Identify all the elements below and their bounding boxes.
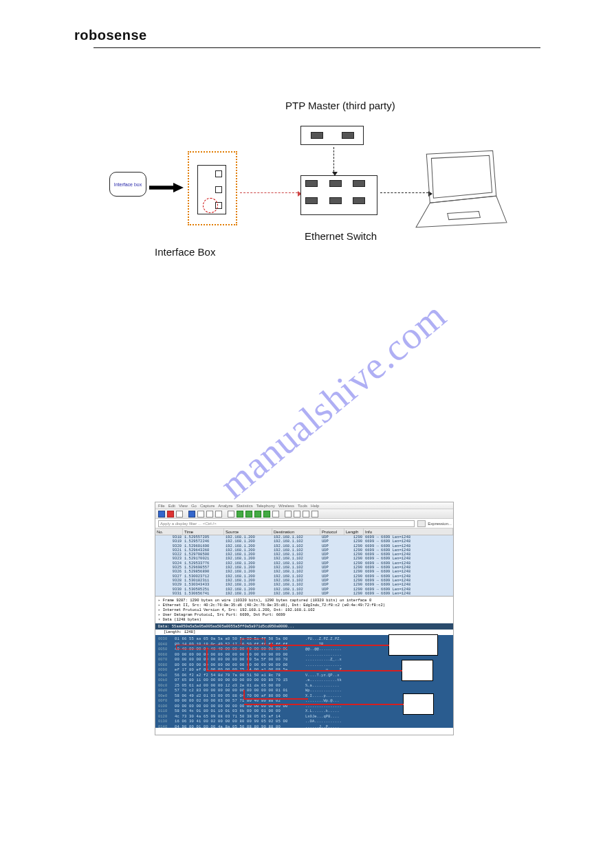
hex-line: 013016 06 30 41 00 02 00 00 00 80 00 99 … — [155, 719, 453, 724]
dashed-arrow-down-icon — [333, 147, 334, 172]
laptop-icon — [413, 144, 510, 234]
packet-list[interactable]: 93181.529557205192.168.1.200192.168.1.10… — [155, 535, 453, 596]
watermark-text: manualshive.com — [211, 293, 454, 507]
toolbar-prev-icon[interactable] — [237, 511, 243, 518]
menu-item-go[interactable]: Go — [191, 504, 197, 508]
col-source[interactable]: Source — [224, 528, 272, 535]
packet-list-header: No. Time Source Destination Protocol Len… — [155, 528, 453, 535]
col-info[interactable]: Info — [364, 528, 453, 535]
detail-line[interactable]: Frame 9287: 1290 bytes on wire (10320 bi… — [158, 598, 450, 603]
ethernet-port-icon — [305, 180, 318, 187]
callout-line — [244, 704, 404, 705]
callout-line — [248, 651, 249, 670]
callout-line — [206, 670, 402, 671]
hex-line: 00c025 05 61 ad 00 00 00 12 d3 2e 01 da … — [155, 683, 453, 689]
toolbar-save-icon[interactable] — [197, 511, 204, 518]
menu-item-statistics[interactable]: Statistics — [237, 504, 253, 508]
ethernet-port-icon — [305, 197, 318, 204]
dashed-arrow-right-icon — [240, 192, 298, 193]
zoom-reset-icon[interactable] — [303, 511, 309, 518]
toolbar-close-icon[interactable] — [206, 511, 213, 518]
resize-columns-icon[interactable] — [311, 511, 318, 518]
port-icon — [215, 186, 222, 193]
menu-item-edit[interactable]: Edit — [168, 504, 175, 508]
port-icon — [215, 170, 222, 177]
toolbar-open-icon[interactable] — [188, 511, 195, 518]
menu-item-analyze[interactable]: Analyze — [218, 504, 232, 508]
toolbar-last-icon[interactable] — [263, 511, 270, 518]
ethernet-switch-label: Ethernet Switch — [305, 230, 377, 242]
data-header-line: Data: 55aa050a5a5a05a005aa505a0055a5ff0a… — [155, 623, 453, 630]
ethernet-port-icon — [353, 197, 365, 204]
menu-item-tools[interactable]: Tools — [298, 504, 307, 508]
toolbar-icon[interactable] — [272, 511, 279, 518]
callout-box-3 — [403, 693, 434, 715]
ethernet-port-icon — [329, 197, 342, 204]
ptp-master-box — [300, 126, 364, 145]
hex-line: 00d057 70 c2 83 00 00 00 00 00 00 00 00 … — [155, 688, 453, 693]
col-time[interactable]: Time — [183, 528, 224, 535]
packet-details[interactable]: Frame 9287: 1290 bytes on wire (10320 bi… — [155, 596, 453, 623]
col-length[interactable]: Length — [344, 528, 364, 535]
ethernet-switch-box — [300, 175, 377, 215]
menu-item-view[interactable]: View — [179, 504, 188, 508]
brand-logo: robosense — [74, 27, 521, 43]
menu-item-file[interactable]: File — [158, 504, 165, 508]
toolbar-goto-icon[interactable] — [254, 511, 261, 518]
toolbar-next-icon[interactable] — [245, 511, 252, 518]
toolbar-reload-icon[interactable] — [215, 511, 222, 518]
hex-pointer-line — [243, 690, 245, 698]
ethernet-port-icon — [311, 132, 323, 139]
page-header: robosense — [74, 27, 521, 48]
callout-box-2 — [402, 660, 433, 681]
toolbar-find-icon[interactable] — [228, 511, 234, 518]
menu-item-help[interactable]: Help — [311, 504, 319, 508]
expression-link[interactable]: Expression... — [428, 522, 452, 526]
zoom-out-icon[interactable] — [294, 511, 300, 518]
callout-box-1 — [388, 634, 438, 656]
menu-item-capture[interactable]: Capture — [200, 504, 215, 508]
header-divider — [94, 47, 540, 48]
detail-line-expanded[interactable]: Data (1248 bytes) — [158, 617, 450, 622]
toolbar — [155, 509, 453, 519]
connection-diagram: PTP Master (third party) Interface Box E… — [93, 76, 516, 268]
interface-box-label: Interface Box — [155, 246, 215, 258]
filter-dropdown-icon[interactable] — [417, 520, 426, 527]
col-no[interactable]: No. — [155, 528, 183, 535]
hex-line: 014004 98 00 01 00 00 4a 8a 05 50 08 80 … — [155, 724, 453, 728]
toolbar-icon[interactable] — [176, 511, 183, 518]
packet-row[interactable]: 93311.530656741192.168.1.200192.168.1.10… — [155, 592, 453, 596]
detail-line[interactable]: Internet Protocol Version 4, Src: 192.16… — [158, 608, 450, 612]
detail-line[interactable]: User Datagram Protocol, Src Port: 6699, … — [158, 612, 450, 617]
ethernet-port-icon — [329, 180, 342, 187]
zoom-in-icon[interactable] — [285, 511, 292, 518]
ethernet-port-icon — [342, 132, 354, 139]
callout-line — [206, 651, 208, 670]
detail-line[interactable]: Ethernet II, Src: 40:2c:76:8e:35:d6 (40:… — [158, 603, 450, 608]
ethernet-port-icon — [353, 180, 365, 187]
menu-item-telephony[interactable]: Telephony — [256, 504, 275, 508]
menu-item-wireless[interactable]: Wireless — [278, 504, 294, 508]
callout-line — [272, 645, 389, 646]
toolbar-icon[interactable] — [158, 511, 165, 518]
col-protocol[interactable]: Protocol — [320, 528, 344, 535]
port-highlight-circle — [203, 198, 218, 213]
ptp-master-label: PTP Master (third party) — [285, 100, 395, 111]
filter-input[interactable]: Apply a display filter ... <Ctrl-/> — [158, 520, 415, 527]
sensor-text: Interface box — [114, 182, 142, 187]
hex-pointer-line — [243, 698, 308, 700]
menu-bar: FileEditViewGoCaptureAnalyzeStatisticsTe… — [155, 502, 453, 509]
sensor-box: Interface box — [109, 172, 146, 197]
filter-bar: Apply a display filter ... <Ctrl-/> Expr… — [155, 519, 453, 528]
arrow-black-icon — [149, 183, 184, 192]
col-destination[interactable]: Destination — [272, 528, 320, 535]
toolbar-stop-icon[interactable] — [167, 511, 174, 518]
